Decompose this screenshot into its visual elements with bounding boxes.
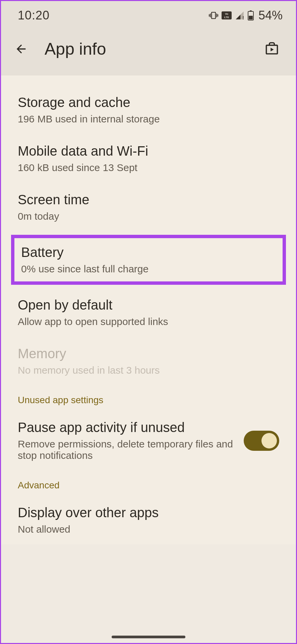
setting-storage[interactable]: Storage and cache 196 MB used in interna… — [1, 86, 296, 134]
setting-subtitle: No memory used in last 3 hours — [18, 365, 279, 376]
setting-subtitle: Not allowed — [18, 524, 279, 535]
toggle-thumb — [261, 433, 277, 448]
content: Storage and cache 196 MB used in interna… — [1, 75, 296, 544]
setting-title: Battery — [21, 245, 276, 260]
svg-text:Vo: Vo — [225, 12, 228, 15]
setting-subtitle: 0% use since last full charge — [21, 263, 276, 275]
page-title: App info — [45, 39, 248, 59]
setting-screen-time[interactable]: Screen time 0m today — [1, 183, 296, 231]
setting-pause-activity[interactable]: Pause app activity if unused Remove perm… — [1, 411, 296, 471]
battery-icon — [248, 10, 254, 20]
store-icon[interactable] — [264, 41, 279, 57]
svg-text:LTE: LTE — [224, 16, 229, 19]
setting-title: Mobile data and Wi-Fi — [18, 144, 279, 159]
setting-title: Pause app activity if unused — [18, 420, 234, 435]
setting-display-over-apps[interactable]: Display over other apps Not allowed — [1, 496, 296, 544]
setting-battery[interactable]: Battery 0% use since last full charge — [11, 235, 286, 285]
setting-subtitle: 160 kB used since 13 Sept — [18, 162, 279, 173]
pause-activity-toggle[interactable] — [244, 431, 279, 451]
battery-percentage: 54% — [258, 8, 283, 22]
status-icons: Vo LTE ! 54% — [209, 8, 283, 22]
setting-title: Display over other apps — [18, 505, 279, 520]
setting-subtitle: 0m today — [18, 211, 279, 222]
setting-title: Memory — [18, 346, 279, 361]
section-advanced: Advanced — [1, 471, 296, 496]
setting-mobile-data[interactable]: Mobile data and Wi-Fi 160 kB used since … — [1, 134, 296, 183]
navigation-pill[interactable] — [112, 636, 185, 638]
header: App info — [1, 29, 296, 75]
vibrate-icon — [209, 11, 218, 20]
setting-subtitle: Allow app to open supported links — [18, 316, 279, 327]
setting-subtitle: Remove permissions, delete temporary fil… — [18, 438, 234, 461]
volte-icon: Vo LTE — [222, 11, 232, 19]
back-button[interactable] — [14, 42, 28, 56]
setting-title: Screen time — [18, 192, 279, 207]
status-time: 10:20 — [18, 8, 50, 22]
svg-rect-6 — [249, 16, 253, 19]
section-unused-apps: Unused app settings — [1, 385, 296, 411]
setting-memory: Memory No memory used in last 3 hours — [1, 337, 296, 385]
svg-text:!: ! — [242, 15, 244, 20]
setting-open-by-default[interactable]: Open by default Allow app to open suppor… — [1, 288, 296, 337]
status-bar: 10:20 Vo LTE ! — [1, 1, 296, 29]
signal-icon: ! — [235, 11, 244, 20]
setting-subtitle: 196 MB used in internal storage — [18, 113, 279, 125]
setting-title: Storage and cache — [18, 95, 279, 110]
setting-title: Open by default — [18, 298, 279, 313]
